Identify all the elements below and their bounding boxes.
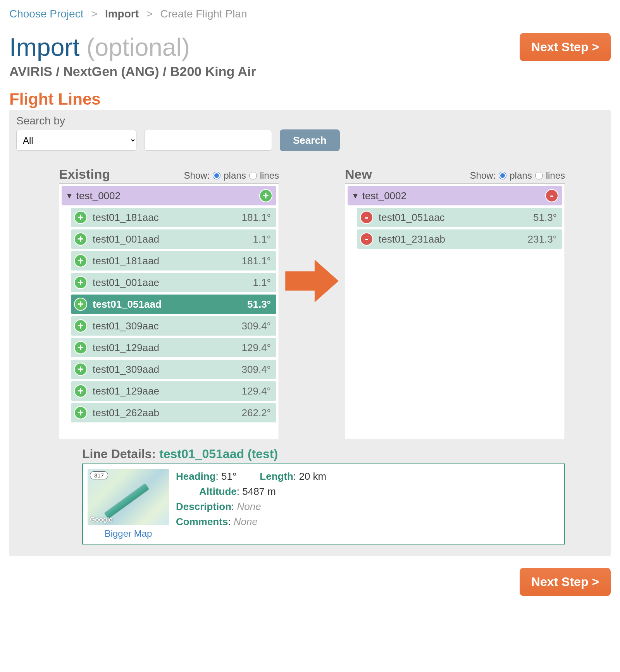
add-line-icon[interactable]: + [74, 211, 87, 224]
line-details-name: test01_051aad (test) [159, 447, 278, 461]
list-item[interactable]: +test01_001aad1.1° [71, 229, 276, 249]
new-show-label: Show: [470, 170, 496, 181]
list-item[interactable]: +test01_051aad51.3° [71, 295, 276, 314]
line-degree: 181.1° [242, 212, 271, 224]
add-line-icon[interactable]: + [74, 384, 87, 398]
page-title-optional: (optional) [86, 33, 190, 61]
add-line-icon[interactable]: + [74, 298, 87, 311]
add-line-icon[interactable]: + [74, 363, 87, 376]
list-item[interactable]: +test01_309aac309.4° [71, 316, 276, 336]
add-line-icon[interactable]: + [74, 233, 87, 246]
new-radio-plans[interactable] [499, 172, 506, 179]
breadcrumb: Choose Project > Import > Create Flight … [9, 8, 611, 25]
new-radio-lines-label[interactable]: lines [546, 170, 565, 181]
list-item[interactable]: +test01_001aae1.1° [71, 273, 276, 292]
remove-line-icon[interactable]: - [360, 211, 373, 224]
list-item[interactable]: +test01_181aad181.1° [71, 251, 276, 271]
line-degree: 231.3° [528, 233, 557, 245]
new-list[interactable]: ▼ test_0002 - -test01_051aac51.3°-test01… [345, 183, 565, 439]
new-title: New [345, 167, 372, 182]
list-item[interactable]: +test01_129aad129.4° [71, 338, 276, 357]
map-flight-line [104, 484, 149, 519]
list-item[interactable]: +test01_129aae129.4° [71, 381, 276, 401]
existing-group-header[interactable]: ▼ test_0002 + [62, 186, 276, 205]
flight-lines-panel: Search by All Search Existing Show: plan… [9, 110, 611, 556]
line-details: Line Details: test01_051aad (test) 317 G… [82, 447, 565, 544]
line-name: test01_129aad [93, 342, 159, 354]
arrow-right-icon [285, 260, 339, 302]
line-name: test01_001aae [93, 277, 159, 289]
line-name: test01_001aad [93, 233, 159, 245]
next-step-button-bottom[interactable]: Next Step > [520, 568, 611, 596]
add-line-icon[interactable]: + [74, 254, 87, 267]
length-label: Length [260, 470, 293, 482]
line-name: test01_181aac [93, 212, 159, 224]
list-item[interactable]: +test01_181aac181.1° [71, 208, 276, 227]
add-line-icon[interactable]: + [74, 319, 87, 333]
add-line-icon[interactable]: + [74, 341, 87, 354]
list-item[interactable]: -test01_051aac51.3° [357, 208, 562, 227]
page-title: Import (optional) [9, 33, 256, 62]
search-by-select[interactable]: All [16, 130, 136, 151]
heading-label: Heading [176, 470, 216, 482]
add-line-icon[interactable]: + [74, 406, 87, 419]
collapse-icon[interactable]: ▼ [65, 191, 73, 200]
search-by-label: Search by [16, 115, 604, 127]
existing-column: Existing Show: plans lines ▼ test_0002 + [59, 167, 279, 439]
breadcrumb-import[interactable]: Import [105, 8, 139, 20]
search-input[interactable] [144, 130, 272, 151]
description-value: None [237, 501, 261, 512]
line-degree: 309.4° [242, 364, 271, 376]
breadcrumb-create-flight-plan[interactable]: Create Flight Plan [160, 8, 247, 20]
map-thumbnail[interactable]: 317 Google [88, 469, 169, 525]
existing-radio-lines-label[interactable]: lines [260, 170, 279, 181]
svg-marker-0 [285, 260, 339, 302]
new-column: New Show: plans lines ▼ test_0002 - [345, 167, 565, 439]
search-button[interactable]: Search [280, 129, 340, 151]
breadcrumb-choose-project[interactable]: Choose Project [9, 8, 83, 20]
new-group-header[interactable]: ▼ test_0002 - [348, 186, 562, 205]
line-degree: 1.1° [253, 233, 271, 245]
existing-radio-plans[interactable] [213, 172, 220, 179]
section-heading-flight-lines: Flight Lines [9, 90, 611, 109]
line-degree: 1.1° [253, 277, 271, 289]
line-name: test01_309aad [93, 364, 159, 376]
length-value: 20 km [299, 470, 326, 482]
line-name: test01_129aae [93, 385, 159, 397]
map-google-logo: Google [90, 516, 113, 524]
page-title-main: Import [9, 33, 79, 61]
line-name: test01_262aab [93, 407, 159, 419]
remove-group-icon[interactable]: - [545, 189, 558, 202]
add-group-icon[interactable]: + [259, 189, 272, 202]
line-degree: 51.3° [247, 298, 271, 310]
breadcrumb-sep: > [88, 8, 100, 20]
line-name: test01_051aac [379, 212, 445, 224]
remove-line-icon[interactable]: - [360, 233, 373, 246]
transfer-arrow [279, 167, 345, 302]
line-details-label: Line Details: [82, 447, 156, 461]
map-route-badge: 317 [90, 471, 108, 479]
new-radio-plans-label[interactable]: plans [510, 170, 532, 181]
new-group-name: test_0002 [362, 190, 406, 202]
comments-label: Comments [176, 516, 228, 527]
existing-list[interactable]: ▼ test_0002 + +test01_181aac181.1°+test0… [59, 183, 279, 439]
new-radio-lines[interactable] [535, 172, 543, 179]
existing-show-label: Show: [184, 170, 210, 181]
add-line-icon[interactable]: + [74, 276, 87, 289]
line-name: test01_231aab [379, 233, 445, 245]
heading-value: 51° [221, 470, 236, 482]
line-degree: 51.3° [533, 212, 557, 224]
collapse-icon[interactable]: ▼ [351, 191, 359, 200]
existing-group-name: test_0002 [76, 190, 121, 202]
altitude-value: 5487 m [242, 486, 276, 497]
list-item[interactable]: -test01_231aab231.3° [357, 229, 562, 249]
existing-radio-plans-label[interactable]: plans [224, 170, 246, 181]
altitude-label: Altitude [199, 486, 237, 497]
list-item[interactable]: +test01_262aab262.2° [71, 403, 276, 422]
list-item[interactable]: +test01_309aad309.4° [71, 360, 276, 379]
bigger-map-link[interactable]: Bigger Map [105, 528, 152, 539]
existing-radio-lines[interactable] [249, 172, 257, 179]
breadcrumb-sep: > [143, 8, 156, 20]
next-step-button-top[interactable]: Next Step > [520, 33, 611, 61]
line-degree: 129.4° [242, 342, 271, 354]
